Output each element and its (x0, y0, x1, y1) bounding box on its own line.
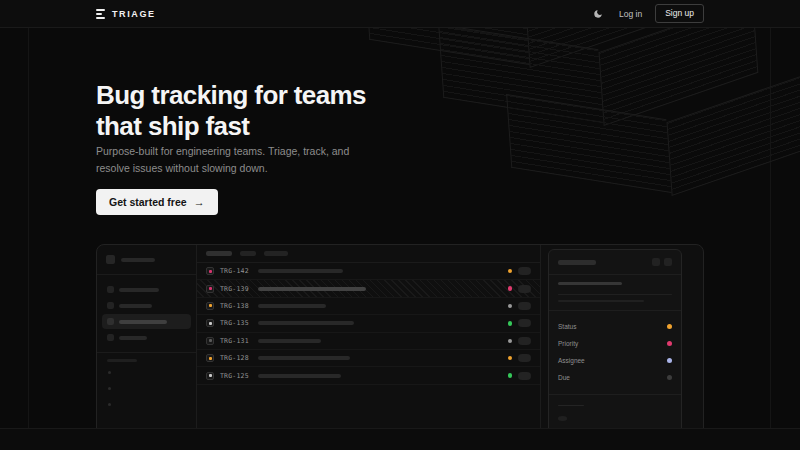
issue-id: TRG-128 (220, 354, 252, 362)
property-value-dot (667, 341, 672, 346)
issue-assignee-skeleton (518, 319, 531, 327)
wireframe-decoration (360, 28, 800, 258)
wireframe-panel (439, 28, 759, 116)
issue-assignee-skeleton (518, 302, 531, 310)
panel-section-skeleton (558, 405, 584, 406)
issue-priority-dot (508, 321, 513, 326)
panel-properties: Status Priority Assignee Due (558, 318, 672, 386)
nav-item-icon (107, 334, 114, 341)
sidebar-nav-item (102, 330, 191, 345)
issue-title-skeleton (258, 356, 350, 360)
issue-priority-dot (508, 373, 513, 378)
issue-title-skeleton (258, 374, 341, 378)
issue-assignee-skeleton (518, 372, 531, 380)
issue-title-skeleton (558, 282, 622, 284)
nav-item-skeleton (119, 336, 147, 340)
signup-button[interactable]: Sign up (655, 4, 704, 23)
get-started-button[interactable]: Get started free → (96, 189, 218, 215)
issue-title-skeleton (258, 287, 366, 291)
mockup-workspace (97, 245, 196, 274)
tab-skeleton (264, 251, 288, 256)
issue-row: TRG-142 (197, 263, 540, 280)
issue-assignee-skeleton (518, 337, 531, 345)
mockup-sidebar (97, 245, 197, 428)
top-nav: TRIAGE Log in Sign up (0, 0, 800, 28)
tab-skeleton (240, 251, 256, 256)
issue-id: TRG-142 (220, 267, 252, 275)
issue-id: TRG-131 (220, 337, 252, 345)
issue-status-icon (206, 267, 214, 275)
brand-name: TRIAGE (112, 9, 156, 19)
hero-title-line2: that ship fast (96, 111, 249, 141)
login-link[interactable]: Log in (619, 9, 642, 19)
panel-property-row: Status (558, 318, 672, 335)
nav-item-skeleton (119, 304, 152, 308)
tab-skeleton-active (206, 251, 232, 256)
sidebar-section-label (97, 353, 196, 362)
issue-status-icon (206, 337, 214, 345)
hero-subtitle-line2: resolve issues without slowing down. (96, 162, 268, 174)
panel-icon (652, 258, 660, 266)
issue-priority-dot (508, 286, 513, 291)
issue-row: TRG-138 (197, 298, 540, 315)
issue-rows-container: TRG-142 TRG-139 TRG-138 TRG-135 TRG-131 (197, 263, 540, 385)
triage-logo-icon (96, 9, 105, 19)
panel-action-icons (652, 258, 672, 266)
main-section: Bug tracking for teams that ship fast Pu… (0, 28, 800, 428)
issue-row: TRG-139 (197, 280, 540, 297)
issue-priority-dot (508, 356, 513, 361)
nav-item-skeleton (119, 288, 159, 292)
issue-status-icon (206, 319, 214, 327)
mockup-detail-area: Status Priority Assignee Due (541, 245, 703, 428)
issue-status-icon (206, 302, 214, 310)
issue-id: TRG-139 (220, 285, 252, 293)
workspace-icon (106, 255, 115, 264)
moon-icon (593, 9, 603, 19)
panel-icon (664, 258, 672, 266)
mockup-list-tabs (197, 245, 540, 263)
theme-toggle-button[interactable] (590, 6, 606, 22)
nav-item-icon (107, 318, 114, 325)
issue-priority-dot (508, 269, 513, 274)
nav-item-icon (107, 286, 114, 293)
issue-priority-dot (508, 304, 513, 309)
hero-subtitle-line1: Purpose-built for engineering teams. Tri… (96, 145, 349, 157)
issue-assignee-skeleton (518, 267, 531, 275)
property-label: Status (558, 323, 576, 330)
app-mockup: TRG-142 TRG-139 TRG-138 TRG-135 TRG-131 (96, 244, 704, 428)
sidebar-nav-item (102, 298, 191, 313)
hero-title: Bug tracking for teams that ship fast (96, 80, 366, 142)
issue-title-skeleton (258, 269, 343, 273)
issue-description-skeleton (558, 300, 644, 301)
frame-line-left (28, 28, 29, 428)
nav-item-skeleton (119, 320, 167, 324)
issue-row: TRG-125 (197, 367, 540, 384)
wireframe-panel (365, 28, 685, 58)
issue-assignee-skeleton (518, 354, 531, 362)
issue-description-skeleton (558, 294, 672, 295)
property-label: Assignee (558, 357, 585, 364)
issue-title-skeleton (258, 321, 354, 325)
issue-row: TRG-135 (197, 315, 540, 332)
hero-title-line1: Bug tracking for teams (96, 80, 366, 110)
hero-subtitle: Purpose-built for engineering teams. Tri… (96, 143, 349, 177)
nav-actions: Log in Sign up (590, 4, 704, 23)
issue-id: TRG-138 (220, 302, 252, 310)
issue-row: TRG-131 (197, 333, 540, 350)
property-value-dot (667, 324, 672, 329)
panel-property-row: Priority (558, 335, 672, 352)
property-label: Priority (558, 340, 578, 347)
sidebar-nav-item-active (102, 314, 191, 329)
issue-assignee-skeleton (518, 285, 531, 293)
issue-title-skeleton (258, 339, 321, 343)
comment-avatar-skeleton (558, 416, 567, 420)
issue-priority-dot (508, 339, 513, 344)
mockup-issue-list: TRG-142 TRG-139 TRG-138 TRG-135 TRG-131 (197, 245, 541, 428)
workspace-name-skeleton (121, 258, 155, 262)
issue-status-icon (206, 285, 214, 293)
mockup-detail-panel: Status Priority Assignee Due (548, 249, 682, 428)
issue-title-skeleton (258, 304, 326, 308)
brand-logo[interactable]: TRIAGE (96, 9, 156, 19)
frame-line-right (770, 28, 771, 428)
wireframe-panel (507, 90, 800, 186)
